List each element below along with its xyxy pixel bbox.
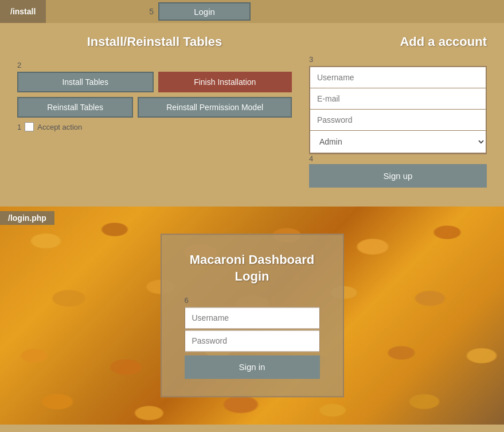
add-account-title: Add a account <box>309 34 487 49</box>
login-section: /login.php Macaroni Dashboard Login 6 Si… <box>0 207 504 425</box>
login-php-tab[interactable]: /login.php <box>0 211 54 225</box>
login-card: Macaroni Dashboard Login 6 Sign in <box>161 233 344 397</box>
install-tab[interactable]: /install <box>0 0 46 23</box>
install-title: Install/Reinstall Tables <box>17 34 292 49</box>
role-select[interactable]: Admin User Moderator <box>310 131 486 153</box>
add-account-panel: Add a account 3 Admin User Moderator 4 S… <box>309 34 487 195</box>
password-field[interactable] <box>310 110 486 131</box>
install-buttons-row2: Reinstall Tables Reinstall Permission Mo… <box>17 97 292 118</box>
login-tab-button[interactable]: Login <box>158 2 251 21</box>
account-form: Admin User Moderator <box>309 66 487 154</box>
install-panel: Install/Reinstall Tables 2 Install Table… <box>17 34 292 195</box>
login-card-title: Macaroni Dashboard Login <box>185 252 320 285</box>
label-6: 6 <box>185 297 320 305</box>
upper-section: Install/Reinstall Tables 2 Install Table… <box>0 23 504 207</box>
install-tables-button[interactable]: Install Tables <box>17 72 154 92</box>
login-username-field[interactable] <box>185 308 320 329</box>
accept-action-label: Accept action <box>37 123 82 131</box>
login-form: Sign in <box>185 308 320 379</box>
accept-action-row: 1 Accept action <box>17 122 292 131</box>
top-navigation: /install 5 Login <box>0 0 504 23</box>
login-password-field[interactable] <box>185 330 320 352</box>
label-4: 4 <box>309 154 487 163</box>
install-buttons-row1: Install Tables Finish Installation <box>17 72 292 92</box>
reinstall-tables-button[interactable]: Reinstall Tables <box>17 97 133 118</box>
login-step-number: 5 <box>149 7 154 16</box>
signup-button[interactable]: Sign up <box>309 164 487 188</box>
username-field[interactable] <box>310 67 486 88</box>
accept-action-checkbox[interactable] <box>25 122 34 131</box>
label-3: 3 <box>309 55 487 64</box>
finish-installation-button[interactable]: Finish Installation <box>158 72 292 92</box>
signin-button[interactable]: Sign in <box>185 356 320 379</box>
reinstall-permission-button[interactable]: Reinstall Permission Model <box>138 97 292 118</box>
label-1: 1 <box>17 123 21 131</box>
label-2: 2 <box>17 61 292 69</box>
email-field[interactable] <box>310 88 486 110</box>
